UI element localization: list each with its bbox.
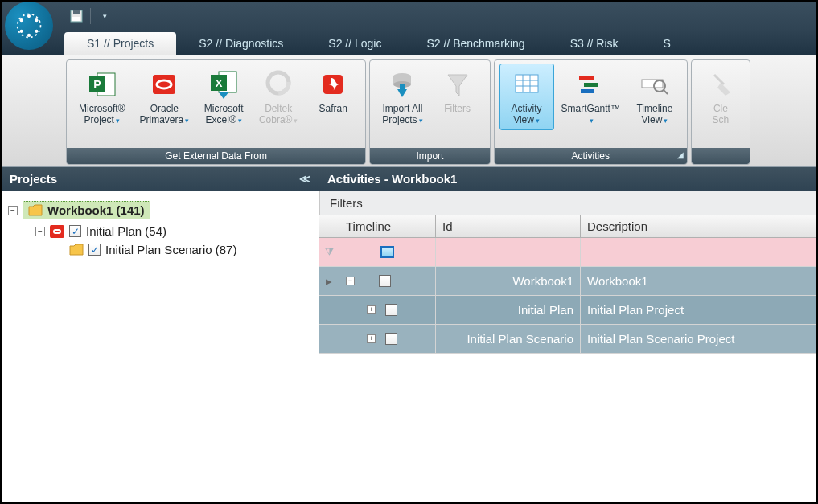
tab-s2-logic[interactable]: S2 // Logic <box>306 32 404 55</box>
tab-s2-diagnostics[interactable]: S2 // Diagnostics <box>176 32 306 55</box>
folder-icon <box>69 244 84 256</box>
quick-access-toolbar: ▾ <box>69 8 112 24</box>
checkbox-icon[interactable] <box>385 333 397 345</box>
label: Safran <box>319 103 347 114</box>
label: Primavera <box>140 114 184 125</box>
svg-rect-8 <box>73 10 80 14</box>
tree-expand-icon[interactable]: + <box>367 334 376 343</box>
grid-view-icon <box>510 68 544 101</box>
tree-row-workbook[interactable]: − Workbook1 (141) <box>8 199 312 222</box>
label: Filters <box>444 103 471 114</box>
folder-icon <box>28 204 43 216</box>
tree-label: Initial Plan Scenario (87) <box>105 243 236 256</box>
svg-rect-31 <box>584 83 598 87</box>
checkbox-checked-icon[interactable]: ✓ <box>88 244 101 256</box>
oracle-icon <box>147 68 181 101</box>
import-all-projects-button[interactable]: Import AllProjects▾ <box>375 64 430 130</box>
qat-dropdown-icon[interactable]: ▾ <box>97 9 112 23</box>
column-description[interactable]: Description <box>580 215 816 237</box>
funnel-icon[interactable]: ⧩ <box>325 246 334 259</box>
activity-view-button[interactable]: ActivityView▾ <box>499 64 554 130</box>
label: Cle <box>713 103 728 114</box>
column-timeline[interactable]: Timeline <box>339 215 435 237</box>
group-label <box>692 148 750 164</box>
collapse-panel-icon[interactable]: ≪ <box>299 173 310 185</box>
tab-s2-benchmarking[interactable]: S2 // Benchmarking <box>404 32 547 55</box>
tree-collapse-icon[interactable]: − <box>8 206 18 215</box>
ribbon-tabstrip: S1 // Projects S2 // Diagnostics S2 // L… <box>2 31 816 55</box>
checkbox-icon[interactable] <box>385 304 397 316</box>
group-label: Activities◢ <box>495 148 687 164</box>
tree-row-initial-plan[interactable]: − ✓ Initial Plan (54) <box>8 222 312 240</box>
cell-id: Workbook1 <box>435 267 580 295</box>
filters-button[interactable]: Filters <box>430 64 485 130</box>
timeline-search-icon <box>638 68 672 101</box>
oracle-icon <box>50 225 64 238</box>
tab-s1-projects[interactable]: S1 // Projects <box>64 32 176 55</box>
broom-icon <box>704 68 738 101</box>
smartgantt-button[interactable]: SmartGantt™▾ <box>554 64 627 130</box>
ms-project-icon: P <box>85 68 119 101</box>
grid-filter-row[interactable]: ⧩ <box>319 238 816 267</box>
timeline-view-button[interactable]: TimelineView▾ <box>627 64 682 130</box>
svg-point-2 <box>35 18 38 22</box>
safran-button[interactable]: Safran <box>306 64 360 130</box>
svg-rect-24 <box>400 84 405 91</box>
svg-point-5 <box>20 30 23 33</box>
grid-row[interactable]: + Initial Plan Initial Plan Project <box>319 296 816 325</box>
header-expander <box>319 215 339 237</box>
group-label: Get External Data From <box>67 148 365 164</box>
filters-bar[interactable]: Filters <box>319 191 816 215</box>
deltek-cobra-button[interactable]: DeltekCobra®▾ <box>251 64 306 130</box>
dropdown-arrow-icon: ▾ <box>185 117 189 125</box>
tab-cut[interactable]: S <box>641 32 693 55</box>
tab-s3-risk[interactable]: S3 // Risk <box>548 32 641 55</box>
label: Projects <box>382 114 417 125</box>
row-marker-icon: ▸ <box>326 274 332 289</box>
group-label: Import <box>370 148 489 164</box>
app-menu-orb[interactable] <box>5 2 53 50</box>
label: Activity <box>512 103 542 114</box>
ms-project-button[interactable]: P Microsoft®Project▾ <box>72 64 133 130</box>
tree-collapse-icon[interactable]: − <box>346 277 355 285</box>
save-icon[interactable] <box>69 9 84 23</box>
activities-panel-header: Activities - Workbook1 <box>319 167 816 191</box>
projects-panel-header: Projects ≪ <box>2 167 319 191</box>
label: Excel® <box>206 114 236 125</box>
grid-row[interactable]: ▸ − Workbook1 Workbook1 <box>319 267 816 296</box>
dropdown-arrow-icon: ▾ <box>238 117 242 125</box>
svg-point-6 <box>20 18 23 22</box>
checkbox-checked-icon[interactable]: ✓ <box>69 225 81 237</box>
grid-row[interactable]: + Initial Plan Scenario Initial Plan Sce… <box>319 325 816 354</box>
grid-header: Timeline Id Description <box>319 215 816 238</box>
separator <box>90 8 91 24</box>
database-import-icon <box>385 68 419 101</box>
ribbon-group-activities: ActivityView▾ SmartGantt™▾ TimelineView▾… <box>494 59 688 165</box>
cell-desc: Initial Plan Scenario Project <box>580 325 816 353</box>
cell-id: Initial Plan Scenario <box>435 325 580 353</box>
tree-row-scenario[interactable]: ✓ Initial Plan Scenario (87) <box>8 240 312 259</box>
tree-collapse-icon[interactable]: − <box>35 227 45 236</box>
svg-line-35 <box>664 90 668 94</box>
svg-line-36 <box>714 75 724 84</box>
checkbox-icon[interactable] <box>379 275 391 287</box>
cut-button[interactable]: CleSch <box>697 64 745 130</box>
dialog-launcher-icon[interactable]: ◢ <box>677 150 684 159</box>
dropdown-arrow-icon: ▾ <box>116 117 120 125</box>
label: View <box>513 114 534 125</box>
oracle-primavera-button[interactable]: OraclePrimavera▾ <box>133 64 197 130</box>
label: Cobra® <box>259 114 293 125</box>
tree-expand-icon[interactable]: + <box>367 305 376 314</box>
ribbon-group-external-data: P Microsoft®Project▾ OraclePrimavera▾ X … <box>66 59 366 165</box>
label: Timeline <box>636 103 672 114</box>
timeline-filter-icon[interactable] <box>380 246 394 258</box>
cell-id: Initial Plan <box>435 296 580 324</box>
label: View <box>642 114 663 125</box>
dropdown-arrow-icon: ▾ <box>419 117 423 125</box>
safran-icon <box>316 68 350 101</box>
svg-rect-9 <box>72 17 80 21</box>
label: Microsoft® <box>79 103 125 114</box>
column-id[interactable]: Id <box>435 215 580 237</box>
label: Oracle <box>150 103 179 114</box>
ms-excel-button[interactable]: X MicrosoftExcel®▾ <box>196 64 251 130</box>
